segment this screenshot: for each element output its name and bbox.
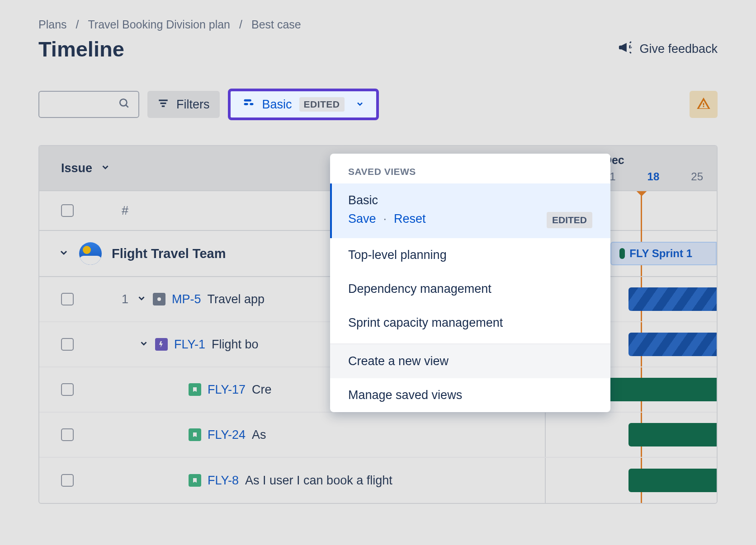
team-avatar-icon [79, 242, 102, 265]
chevron-down-icon[interactable] [139, 338, 149, 352]
saved-view-name: Basic [348, 193, 592, 207]
page-title: Timeline [38, 37, 124, 61]
breadcrumb-plan-name[interactable]: Travel Booking Division plan [88, 18, 231, 31]
chevron-down-icon [355, 98, 364, 112]
issue-key[interactable]: FLY-17 [208, 383, 246, 397]
svg-rect-2 [159, 99, 168, 101]
sprint-dot-icon [619, 248, 625, 259]
story-icon [189, 474, 201, 487]
svg-line-1 [126, 105, 128, 107]
select-all-checkbox[interactable] [61, 204, 74, 217]
edited-badge: EDITED [547, 212, 592, 228]
issue-key[interactable]: FLY-8 [208, 474, 239, 488]
edited-badge: EDITED [299, 97, 345, 112]
row-checkbox[interactable] [61, 474, 74, 487]
saved-view-item[interactable]: Top-level planning [330, 238, 610, 272]
hash-label: # [122, 204, 128, 218]
story-icon [189, 383, 201, 396]
dropdown-section-label: SAVED VIEWS [330, 166, 610, 183]
view-icon [242, 97, 255, 113]
row-checkbox[interactable] [61, 293, 74, 305]
epic-icon [155, 338, 168, 351]
issue-column-label: Issue [61, 161, 92, 175]
svg-rect-4 [162, 105, 165, 107]
give-feedback-button[interactable]: Give feedback [618, 40, 718, 58]
saved-view-item[interactable]: Dependency management [330, 272, 610, 306]
table-row[interactable]: FLY-24 As [39, 413, 717, 458]
filters-button[interactable]: Filters [147, 91, 220, 118]
breadcrumb: Plans / Travel Booking Division plan / B… [38, 18, 718, 31]
feedback-label: Give feedback [639, 42, 718, 56]
issue-title: Flight bo [212, 338, 259, 352]
svg-rect-7 [250, 103, 253, 105]
saved-views-dropdown: SAVED VIEWS Basic Save · Reset EDITED To… [330, 154, 610, 412]
view-selector-button[interactable]: Basic EDITED [228, 89, 379, 120]
svg-point-8 [157, 297, 161, 301]
separator-dot: · [383, 212, 387, 226]
date-header: Dec 11 18 25 [604, 146, 717, 190]
create-view-item[interactable]: Create a new view [330, 344, 610, 378]
timeline-bar[interactable] [628, 287, 717, 311]
date-label: 25 [691, 170, 703, 183]
svg-rect-5 [244, 99, 251, 101]
row-checkbox[interactable] [61, 338, 74, 351]
warning-icon [696, 96, 711, 113]
save-view-link[interactable]: Save [348, 212, 376, 226]
breadcrumb-separator: / [239, 18, 242, 31]
saved-view-item-basic[interactable]: Basic Save · Reset EDITED [330, 183, 610, 238]
breadcrumb-separator: / [76, 18, 79, 31]
warnings-button[interactable] [690, 91, 718, 118]
row-number: 1 [122, 292, 128, 306]
filter-icon [157, 97, 169, 112]
breadcrumb-scenario[interactable]: Best case [251, 18, 301, 31]
chevron-down-icon[interactable] [58, 246, 69, 261]
search-icon [118, 98, 130, 111]
issue-title: Cre [252, 383, 272, 397]
month-label: Dec [604, 154, 703, 167]
saved-view-item[interactable]: Sprint capacity management [330, 306, 610, 340]
reset-view-link[interactable]: Reset [394, 212, 426, 226]
issue-key[interactable]: FLY-24 [208, 428, 246, 442]
timeline-bar[interactable] [628, 469, 717, 492]
issue-type-icon [153, 293, 165, 305]
filters-label: Filters [176, 98, 210, 112]
issue-title: As [252, 428, 266, 442]
manage-views-item[interactable]: Manage saved views [330, 378, 610, 412]
breadcrumb-plans[interactable]: Plans [38, 18, 67, 31]
team-name: Flight Travel Team [112, 246, 226, 261]
issue-column-header[interactable]: Issue [61, 161, 110, 175]
search-input[interactable] [38, 91, 139, 118]
issue-title: Travel app [208, 292, 265, 306]
date-label-current: 18 [647, 170, 660, 183]
row-checkbox[interactable] [61, 428, 74, 441]
timeline-bar[interactable] [628, 333, 717, 356]
chevron-down-icon [100, 161, 110, 175]
sprint-pill-active[interactable]: FLY Sprint 1 [610, 242, 717, 265]
svg-point-0 [120, 99, 127, 106]
svg-rect-3 [161, 102, 166, 103]
issue-title: As I user I can book a flight [245, 474, 392, 488]
issue-key[interactable]: MP-5 [172, 292, 201, 306]
chevron-down-icon[interactable] [137, 292, 146, 306]
row-checkbox[interactable] [61, 383, 74, 396]
view-name: Basic [262, 98, 292, 112]
svg-rect-6 [244, 103, 248, 105]
megaphone-icon [618, 40, 633, 58]
story-icon [189, 428, 201, 441]
timeline-bar[interactable] [628, 423, 717, 446]
issue-key[interactable]: FLY-1 [174, 338, 205, 352]
table-row[interactable]: FLY-8 As I user I can book a flight [39, 458, 717, 503]
